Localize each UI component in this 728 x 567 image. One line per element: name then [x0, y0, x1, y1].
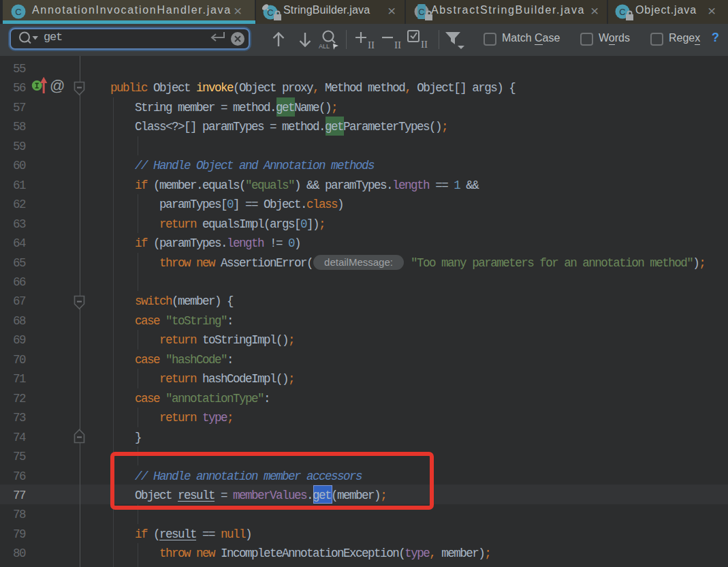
svg-text:II: II [421, 39, 428, 50]
svg-text:@: @ [50, 77, 65, 94]
svg-text:II: II [368, 40, 375, 50]
svg-text:II: II [394, 40, 401, 50]
svg-text:C: C [619, 7, 625, 17]
svg-text:C: C [15, 7, 21, 17]
svg-text:ALL: ALL [319, 43, 330, 50]
svg-text:C: C [267, 7, 273, 18]
svg-text:C: C [418, 7, 424, 17]
